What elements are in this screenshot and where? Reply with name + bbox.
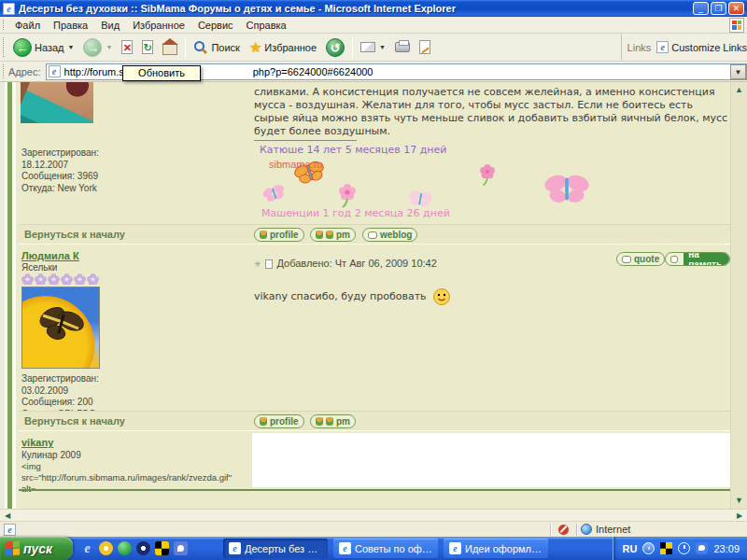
forward-button[interactable]: → ▼ [78,35,117,60]
quote-bubble-icon [622,256,631,263]
post1-body: сливками. А консистенция получается не с… [254,86,728,138]
status-page-icon: e [4,524,16,536]
back-dropdown-icon[interactable]: ▼ [68,44,75,50]
menu-edit[interactable]: Правка [47,19,94,32]
stop-button[interactable]: ✕ [117,37,137,57]
post-star-icon[interactable]: ✳ [254,259,261,269]
zone-label: Internet [596,524,630,535]
toolbar-grip[interactable] [3,20,6,31]
tray-checkered-icon[interactable] [660,542,672,554]
home-button[interactable] [158,37,182,58]
taskbar-window-current[interactable]: e Десерты без духо... [223,539,328,558]
title-bar: e Десерты без духовки :: SibMama Форумы … [0,0,747,17]
menu-view[interactable]: Вид [94,19,126,32]
post2-rank-stars [21,273,99,285]
quote-button[interactable]: quote [616,252,665,266]
system-tray: RU ‹ 23:09 [613,537,747,560]
menu-tools[interactable]: Сервис [191,19,240,32]
ie-icon: e [449,542,461,554]
post2-body-row: vikany спасибо, буду пробовать [254,287,451,306]
url-page-icon: e [49,65,61,77]
clock[interactable]: 23:09 [713,543,740,554]
quicklaunch-messenger-icon[interactable] [174,541,188,555]
page-horizontal-scrollbar[interactable]: ◀ ▶ [0,509,747,521]
ie-icon: e [339,542,351,554]
mail-icon [360,42,375,52]
mail-button[interactable]: ▼ [356,39,390,55]
popup-blocked-icon [558,525,569,535]
menu-help[interactable]: Справка [240,19,293,32]
refresh-tooltip: Обновить [122,65,201,81]
forward-dropdown-icon: ▼ [106,44,112,50]
profile-button[interactable]: profile [254,228,304,242]
ie-page-icon: e [3,3,15,15]
profile-button[interactable]: profile [254,414,304,428]
post2-rank: Ясельки [21,262,57,273]
popup-blocked-pane[interactable] [551,524,577,536]
minimize-button[interactable]: _ [693,2,709,15]
signature-divider [254,140,357,141]
toolbar-grip[interactable] [3,64,6,78]
refresh-button[interactable]: ↻ [137,37,158,57]
forum-left-border [0,82,19,509]
menu-favorites[interactable]: Избранное [126,19,191,32]
url-text-right: php?p=6624000#6624000 [253,66,374,77]
pm-button[interactable]: pm [310,228,356,242]
menu-file[interactable]: Файл [8,19,47,32]
back-button[interactable]: ← Назад ▼ [8,35,78,60]
language-indicator[interactable]: RU [623,543,638,554]
weblog-button[interactable]: weblog [362,228,417,242]
home-icon [162,44,177,55]
post1-userinfo: Зарегистрирован: 18.12.2007 Сообщения: 3… [21,147,236,194]
post2-footer-bar: Вернуться к началу profile pm [19,411,730,431]
post1-footer-bar: Вернуться к началу profile pm weblog [19,224,730,245]
history-button[interactable]: ↺ [321,35,349,60]
tray-collapse-chevron[interactable]: ‹ [642,542,655,554]
customize-links-item[interactable]: Customize Links [671,42,747,53]
back-to-top-link[interactable]: Вернуться к началу [24,229,125,240]
quicklaunch-green-icon[interactable] [118,541,132,555]
tray-messenger-icon[interactable] [696,542,708,554]
post2-author-link[interactable]: Людмила К [21,250,79,261]
scroll-right-arrow[interactable]: ▶ [734,511,745,521]
edit-button[interactable] [415,37,435,57]
tray-clock-icon[interactable] [678,542,690,554]
post3-author-link[interactable]: vikany [21,437,53,448]
search-button[interactable]: Поиск [189,37,244,58]
taskbar-window-2[interactable]: e Советы по оформ... [333,539,438,558]
post3-empty-cell [252,433,730,487]
taskbar-window-3[interactable]: e Идеи оформлени... [444,539,548,558]
back-icon: ← [13,38,32,57]
print-button[interactable] [390,39,415,55]
person-icon [326,417,333,426]
close-button[interactable]: ✕ [728,2,744,15]
scroll-left-arrow[interactable]: ◀ [2,511,13,521]
quicklaunch-media-icon[interactable] [136,541,150,555]
scroll-up-arrow[interactable]: ▲ [733,84,745,96]
maximize-button[interactable]: ❐ [711,2,726,15]
address-dropdown-button[interactable]: ▼ [730,64,746,79]
toolbar-grip[interactable] [3,37,6,56]
post2-body: vikany спасибо, буду пробовать [254,290,427,303]
memory-button[interactable]: на память [665,252,730,266]
links-label: Links [627,42,652,53]
favorites-star-icon: ★ [249,39,261,56]
mail-dropdown-icon[interactable]: ▼ [379,44,386,50]
address-bar: Адрес: e http://forum.sibmama.ru php?p=6… [0,62,747,82]
quicklaunch-ie-icon[interactable]: e [80,541,94,555]
scroll-down-arrow[interactable]: ▼ [733,495,745,507]
post2-header: ✳ Добавлено: Чт Авг 06, 2009 10:42 [254,254,437,271]
back-to-top-link[interactable]: Вернуться к началу [24,415,125,427]
window-title: Десерты без духовки :: SibMama Форумы о … [19,3,693,14]
page-vertical-scrollbar[interactable]: ▲ ▼ [730,82,747,509]
post-page-icon[interactable] [265,259,273,269]
rank-flower-icon [74,273,86,285]
smiley-icon [432,287,451,306]
status-message-pane: e [0,524,551,536]
start-button[interactable]: пуск [0,537,73,560]
quicklaunch-icq-icon[interactable] [99,541,113,555]
quicklaunch-checkered-icon[interactable] [155,541,169,555]
favorites-button[interactable]: ★ Избранное [245,36,321,59]
security-zone-pane: Internet [577,524,747,536]
pm-button[interactable]: pm [310,414,356,428]
